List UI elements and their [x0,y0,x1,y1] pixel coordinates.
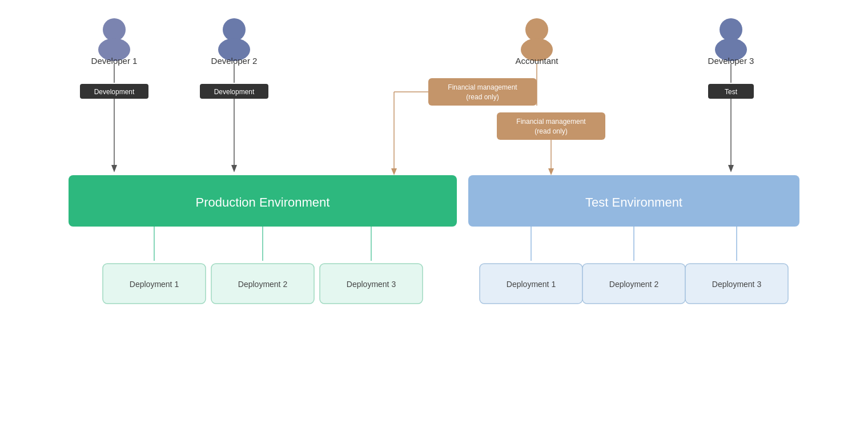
prod-deploy-1-label: Deployment 1 [130,280,179,289]
prod-deploy-3-label: Deployment 3 [347,280,396,289]
persona-dev1 [98,18,130,61]
production-env-label: Production Environment [196,195,330,209]
dev2-badge: Development [214,88,255,96]
full-diagram-svg: Developer 1 Developer 2 Accountant Devel… [57,10,811,421]
test-deploy-3-label: Deployment 3 [712,280,762,289]
svg-marker-22 [391,168,397,175]
svg-rect-10 [428,78,537,106]
test-deploy-1-label: Deployment 1 [507,280,556,289]
svg-marker-18 [231,165,237,172]
fin-badge-1-line1: Financial management [448,83,517,91]
svg-point-0 [103,18,126,41]
test-env-label: Test Environment [585,195,682,209]
diagram-container: Developer 1 Developer 2 Accountant Devel… [34,0,834,432]
svg-point-4 [525,18,548,41]
persona-dev3 [715,18,747,61]
svg-marker-15 [111,165,117,172]
svg-marker-28 [728,165,734,172]
fin-badge-2-line1: Financial management [516,118,586,126]
dev1-badge: Development [94,88,135,96]
svg-point-2 [223,18,246,41]
svg-rect-11 [497,112,605,140]
fin-badge-2-line2: (read only) [535,127,567,135]
persona-accountant [521,18,553,61]
fin-badge-1-line2: (read only) [466,93,499,101]
prod-deploy-2-label: Deployment 2 [238,280,288,289]
svg-point-6 [720,18,742,41]
dev3-badge: Test [725,88,738,96]
svg-marker-25 [548,168,554,175]
test-deploy-2-label: Deployment 2 [609,280,659,289]
persona-dev2 [218,18,250,61]
